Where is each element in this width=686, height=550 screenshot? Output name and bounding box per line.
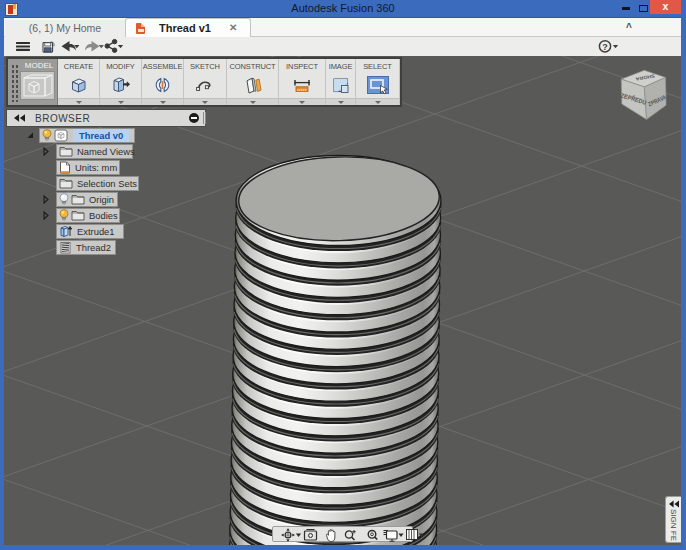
svg-text:?: ? bbox=[602, 42, 608, 52]
